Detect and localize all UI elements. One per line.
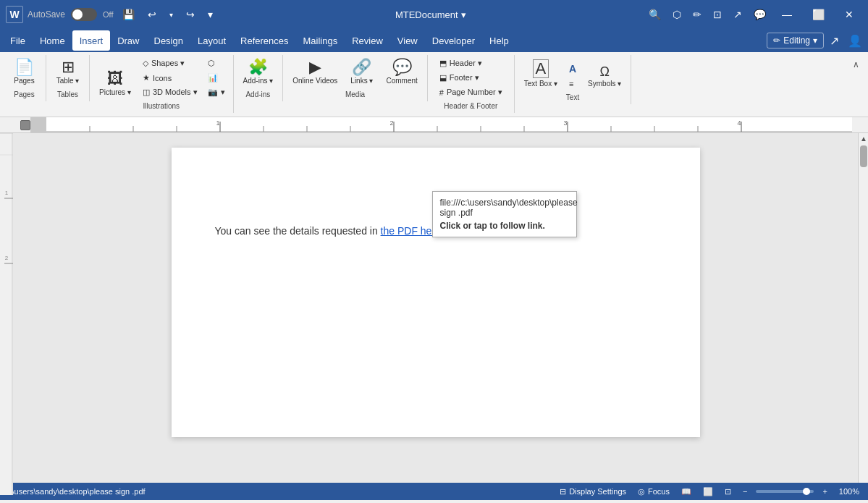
menu-help[interactable]: Help <box>482 30 516 51</box>
svg-text:1: 1 <box>5 190 9 196</box>
ribbon-collapse-area: ∧ <box>847 55 865 74</box>
ribbon-icon-2[interactable]: ✏ <box>688 6 706 23</box>
wordart-button[interactable]: A <box>565 61 580 77</box>
page-number-button[interactable]: # Page Number ▾ <box>436 85 506 99</box>
menu-developer[interactable]: Developer <box>425 30 482 51</box>
zoom-in-button[interactable]: + <box>819 487 830 496</box>
pictures-button[interactable]: 🖼 Pictures ▾ <box>94 68 136 99</box>
menu-home[interactable]: Home <box>33 30 72 51</box>
comments-button[interactable]: 💬 <box>749 6 770 23</box>
ribbon-group-media-content: ▶ Online Videos 🔗 Links ▾ 💬 Comment <box>287 56 423 88</box>
quick-access-button[interactable]: ▾ <box>203 6 217 23</box>
undo-button[interactable]: ↩ <box>143 6 161 23</box>
ribbon-groups: 📄 Pages Pages ⊞ Table ▾ Tables 🖼 Picture <box>3 55 865 113</box>
scroll-up-button[interactable]: ▲ <box>859 133 868 144</box>
view-web-button[interactable]: ⊡ <box>722 487 734 496</box>
ribbon-group-illustrations-content: 🖼 Pictures ▾ ◇ Shapes ▾ ★ Icons ◫ 3D Mod… <box>94 56 229 99</box>
profile-button[interactable]: 👤 <box>845 31 865 51</box>
table-button[interactable]: ⊞ Table ▾ <box>51 56 85 88</box>
display-settings-button[interactable]: ⊟ Display Settings <box>557 487 629 496</box>
doc-title-arrow[interactable]: ▾ <box>461 9 466 20</box>
screenshot-button[interactable]: 📷 ▾ <box>204 85 229 99</box>
menu-layout[interactable]: Layout <box>190 30 233 51</box>
editing-icon: ✏ <box>773 35 780 46</box>
shapes-button[interactable]: ◇ Shapes ▾ <box>139 56 201 70</box>
symbols-icon: Ω <box>599 65 609 78</box>
save-button[interactable]: 💾 <box>118 6 139 23</box>
zoom-slider[interactable] <box>756 490 814 493</box>
menu-mailings[interactable]: Mailings <box>296 30 345 51</box>
focus-label: Focus <box>648 487 670 496</box>
maximize-button[interactable]: ⬜ <box>804 4 833 25</box>
focus-icon: ◎ <box>638 487 645 496</box>
autosave-state: Off <box>103 10 113 19</box>
close-button[interactable]: ✕ <box>836 4 862 25</box>
word-icon: W <box>6 6 23 23</box>
svg-text:4: 4 <box>737 119 741 127</box>
dropcap-button[interactable]: ≡ <box>565 77 580 90</box>
textbox-button[interactable]: A Text Box ▾ <box>519 56 562 90</box>
doc-text-before: You can see the details requested in <box>215 225 381 237</box>
zoom-level[interactable]: 100% <box>836 487 862 496</box>
svg-rect-21 <box>0 133 13 495</box>
view-read-button[interactable]: 📖 <box>678 487 694 496</box>
menu-draw[interactable]: Draw <box>110 30 146 51</box>
title-bar-center: MTEDocument ▾ <box>395 9 466 20</box>
menu-design[interactable]: Design <box>147 30 190 51</box>
pages-button[interactable]: 📄 Pages <box>9 56 39 88</box>
menu-references[interactable]: References <box>233 30 295 51</box>
view-print-button[interactable]: ⬜ <box>700 487 716 496</box>
search-button[interactable]: 🔍 <box>644 6 665 23</box>
share-button[interactable]: ↗ <box>729 6 746 23</box>
comment-button[interactable]: 💬 Comment <box>381 56 422 88</box>
menu-view[interactable]: View <box>390 30 425 51</box>
menu-review[interactable]: Review <box>345 30 390 51</box>
header-button[interactable]: ⬒ Header ▾ <box>436 56 506 70</box>
autosave-label: AutoSave <box>28 9 65 20</box>
online-videos-icon: ▶ <box>309 59 321 75</box>
redo-button[interactable]: ↪ <box>182 6 199 23</box>
view-web-icon: ⊡ <box>725 487 731 496</box>
smartart-button[interactable]: ⬡ <box>204 56 229 70</box>
ribbon-icon-3[interactable]: ⊡ <box>709 6 726 23</box>
display-settings-label: Display Settings <box>569 487 626 496</box>
menu-file[interactable]: File <box>3 30 33 51</box>
editing-button[interactable]: ✏ Editing ▾ <box>767 33 824 48</box>
focus-button[interactable]: ◎ Focus <box>635 487 673 496</box>
zoom-in-icon: + <box>822 487 827 496</box>
share-icon-button[interactable]: ↗ <box>827 31 842 51</box>
autosave-toggle[interactable] <box>71 8 97 21</box>
title-bar-right: 🔍 ⬡ ✏ ⊡ ↗ 💬 — ⬜ ✕ <box>644 4 862 25</box>
undo-dropdown-button[interactable]: ▾ <box>165 8 177 22</box>
icons-button[interactable]: ★ Icons <box>139 71 201 85</box>
scroll-thumb[interactable] <box>860 145 867 167</box>
menu-insert[interactable]: Insert <box>72 30 111 51</box>
links-button[interactable]: 🔗 Links ▾ <box>345 56 378 88</box>
chart-button[interactable]: 📊 <box>204 71 229 85</box>
footer-button[interactable]: ⬓ Footer ▾ <box>436 71 506 85</box>
menu-bar-right: ✏ Editing ▾ ↗ 👤 <box>767 31 865 51</box>
ribbon-icon-1[interactable]: ⬡ <box>668 6 686 23</box>
addins-button[interactable]: 🧩 Add-ins ▾ <box>238 56 279 88</box>
ribbon-group-text: A Text Box ▾ A ≡ Ω Symbols ▾ <box>515 55 631 104</box>
footer-icon: ⬓ <box>439 73 447 83</box>
ribbon: 📄 Pages Pages ⊞ Table ▾ Tables 🖼 Picture <box>0 52 868 117</box>
status-filepath: c:\users\sandy\desktop\please sign .pdf <box>6 487 146 496</box>
3d-models-button[interactable]: ◫ 3D Models ▾ <box>139 85 201 99</box>
ribbon-collapse-button[interactable]: ∧ <box>850 58 862 71</box>
addins-icon: 🧩 <box>248 59 268 75</box>
hf-col: ⬒ Header ▾ ⬓ Footer ▾ # Page Number ▾ <box>436 56 506 99</box>
ruler-corner[interactable] <box>20 120 30 130</box>
online-videos-button[interactable]: ▶ Online Videos <box>287 56 342 88</box>
minimize-button[interactable]: — <box>773 4 801 25</box>
symbols-button[interactable]: Ω Symbols ▾ <box>583 62 626 90</box>
zoom-out-button[interactable]: − <box>740 487 750 496</box>
doc-area[interactable]: Cmput file:///c:\users\sandy\desktop\ple… <box>13 133 858 483</box>
ribbon-group-tables-content: ⊞ Table ▾ <box>51 56 85 88</box>
document-page: file:///c:\users\sandy\desktop\please si… <box>172 148 700 437</box>
pages-label: Pages <box>14 77 34 85</box>
editing-label: Editing <box>783 35 810 46</box>
ribbon-group-media: ▶ Online Videos 🔗 Links ▾ 💬 Comment Medi… <box>283 55 428 101</box>
main-area: 1 2 Cmput file:///c:\users\sandy\desktop… <box>0 133 868 483</box>
3d-icon: ◫ <box>143 88 150 97</box>
